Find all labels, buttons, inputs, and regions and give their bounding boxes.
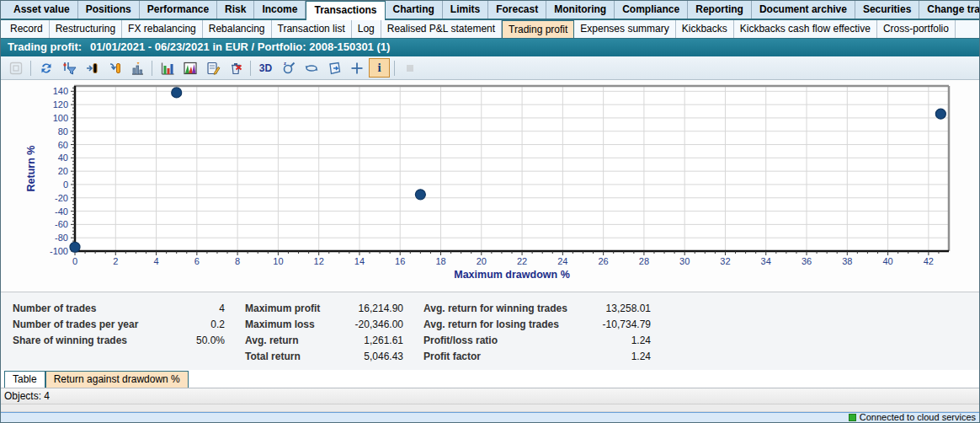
stat-avg-return-for-winning-trades: Avg. return for winning trades13,258.01 xyxy=(423,300,651,316)
stat-profit-loss-ratio: Profit/loss ratio1.24 xyxy=(423,332,651,348)
range-right-icon[interactable] xyxy=(81,58,102,78)
connection-status-label: Connected to cloud services xyxy=(860,413,976,422)
menu-tab-reporting[interactable]: Reporting xyxy=(688,1,752,19)
stat-label: Number of trades per year xyxy=(13,319,138,330)
delete-icon[interactable] xyxy=(225,58,246,78)
svg-text:40: 40 xyxy=(882,256,892,266)
area-chart-icon[interactable] xyxy=(179,58,200,78)
spacer-bar xyxy=(1,404,979,412)
main-menu-bar: Asset valuePositionsPerformanceRiskIncom… xyxy=(1,1,979,20)
panel-title-label: Trading profit: xyxy=(8,40,82,53)
svg-text:32: 32 xyxy=(720,256,730,266)
bottom-tab-return-against-drawdown[interactable]: Return against drawdown % xyxy=(45,371,189,388)
view-tabs: TableReturn against drawdown % xyxy=(1,370,979,388)
scatter-chart-panel: 024681012141618202224262830323436384042-… xyxy=(1,80,979,292)
y-axis-title: Return % xyxy=(25,146,37,192)
menu-tab-change-tracking[interactable]: Change tracking xyxy=(919,1,980,19)
menu-tab-income[interactable]: Income xyxy=(254,1,306,19)
scatter-point[interactable] xyxy=(172,88,182,98)
svg-text:10: 10 xyxy=(273,256,283,266)
svg-text:42: 42 xyxy=(924,256,934,266)
scatter-point[interactable] xyxy=(70,242,80,252)
bar-chart-icon[interactable] xyxy=(157,58,178,78)
sub-tab-rebalancing[interactable]: Rebalancing xyxy=(203,20,272,38)
svg-text:0: 0 xyxy=(63,179,68,190)
menu-tab-asset-value[interactable]: Asset value xyxy=(6,1,78,19)
stat-value: -20,346.00 xyxy=(355,319,403,330)
svg-text:36: 36 xyxy=(802,256,812,266)
svg-text:16: 16 xyxy=(395,256,405,266)
sub-tab-restructuring[interactable]: Restructuring xyxy=(50,20,122,38)
svg-text:140: 140 xyxy=(53,86,68,96)
sub-tab-trading-profit[interactable]: Trading profit xyxy=(502,20,574,38)
svg-text:26: 26 xyxy=(599,256,609,266)
scatter-point[interactable] xyxy=(935,109,945,119)
sub-tab-log[interactable]: Log xyxy=(352,20,381,38)
stat-avg-return-for-losing-trades: Avg. return for losing trades-10,734.79 xyxy=(423,316,651,332)
menu-tab-monitoring[interactable]: Monitoring xyxy=(546,1,615,19)
svg-text:24: 24 xyxy=(557,256,567,266)
menu-tab-transactions[interactable]: Transactions xyxy=(306,1,385,20)
sub-tab-transaction-list[interactable]: Transaction list xyxy=(272,20,352,38)
menu-tab-forecast[interactable]: Forecast xyxy=(488,1,546,19)
sub-tab-realised-p-l-statement[interactable]: Realised P&L statement xyxy=(381,20,502,38)
bottom-tab-table[interactable]: Table xyxy=(4,371,45,388)
menu-tab-positions[interactable]: Positions xyxy=(78,1,140,19)
svg-text:-60: -60 xyxy=(55,219,68,229)
placeholder-icon xyxy=(399,58,420,78)
svg-text:-40: -40 xyxy=(55,206,68,217)
stat-value: -10,734.79 xyxy=(603,319,651,330)
svg-text:38: 38 xyxy=(842,256,852,266)
zoom-icon[interactable]: z xyxy=(278,58,299,78)
sub-tab-record[interactable]: Record xyxy=(4,20,50,38)
perspective-icon[interactable] xyxy=(323,58,344,78)
menu-tab-risk[interactable]: Risk xyxy=(217,1,254,19)
report-icon[interactable] xyxy=(202,58,223,78)
menu-tab-charting[interactable]: Charting xyxy=(386,1,443,19)
sub-tab-bar: RecordRestructuringFX rebalancingRebalan… xyxy=(1,20,979,39)
range-down-icon[interactable] xyxy=(104,58,125,78)
sub-tab-kickbacks[interactable]: Kickbacks xyxy=(676,20,734,38)
stat-value: 13,258.01 xyxy=(606,303,651,314)
svg-text:-100: -100 xyxy=(50,246,68,256)
refresh-icon[interactable] xyxy=(35,58,56,78)
return-drawdown-scatter: 024681012141618202224262830323436384042-… xyxy=(1,80,979,292)
svg-text:z: z xyxy=(284,61,286,66)
menu-tab-document-archive[interactable]: Document archive xyxy=(752,1,855,19)
panel-title-value: 01/01/2021 - 06/23/2021 in EUR / Portfol… xyxy=(90,40,390,53)
stat-value: 16,214.90 xyxy=(359,303,403,314)
stat-label: Profit/loss ratio xyxy=(423,335,498,346)
rotate-icon[interactable] xyxy=(301,58,322,78)
menu-tab-compliance[interactable]: Compliance xyxy=(615,1,688,19)
toolbar-separator xyxy=(394,61,395,76)
svg-text:0: 0 xyxy=(72,256,77,266)
svg-text:40: 40 xyxy=(58,153,68,163)
stat-profit-factor: Profit factor1.24 xyxy=(423,348,651,364)
stat-label: Profit factor xyxy=(423,351,481,362)
sub-tab-kickbacks-cash-flow-effective[interactable]: Kickbacks cash flow effective xyxy=(734,20,877,38)
svg-text:80: 80 xyxy=(58,126,68,137)
scatter-point[interactable] xyxy=(415,190,425,200)
sub-tab-fx-rebalancing[interactable]: FX rebalancing xyxy=(122,20,203,38)
svg-text:34: 34 xyxy=(761,256,771,266)
menu-tab-limits[interactable]: Limits xyxy=(443,1,488,19)
stat-share-of-winning-trades: Share of winning trades50.0% xyxy=(13,332,225,348)
sub-tab-cross-portfolio[interactable]: Cross-portfolio xyxy=(877,20,956,38)
stat-value: 1.24 xyxy=(631,351,651,362)
selection-icon xyxy=(5,58,26,78)
statistics-icon[interactable] xyxy=(126,58,147,78)
svg-text:120: 120 xyxy=(53,99,68,110)
stat-value: 50.0% xyxy=(196,335,225,346)
stat-label: Avg. return xyxy=(245,335,299,346)
toolbar-separator xyxy=(152,61,152,76)
menu-tab-performance[interactable]: Performance xyxy=(140,1,217,19)
three-d-icon[interactable]: 3D xyxy=(255,58,276,78)
filter-icon[interactable] xyxy=(58,58,79,78)
info-icon[interactable]: i xyxy=(369,58,390,78)
crosshair-icon[interactable] xyxy=(346,58,367,78)
stat-value: 5,046.43 xyxy=(364,351,403,362)
sub-tab-expenses-summary[interactable]: Expenses summary xyxy=(574,20,675,38)
svg-text:-20: -20 xyxy=(55,193,68,203)
menu-tab-securities[interactable]: Securities xyxy=(855,1,919,19)
toolbar-separator xyxy=(30,61,31,76)
